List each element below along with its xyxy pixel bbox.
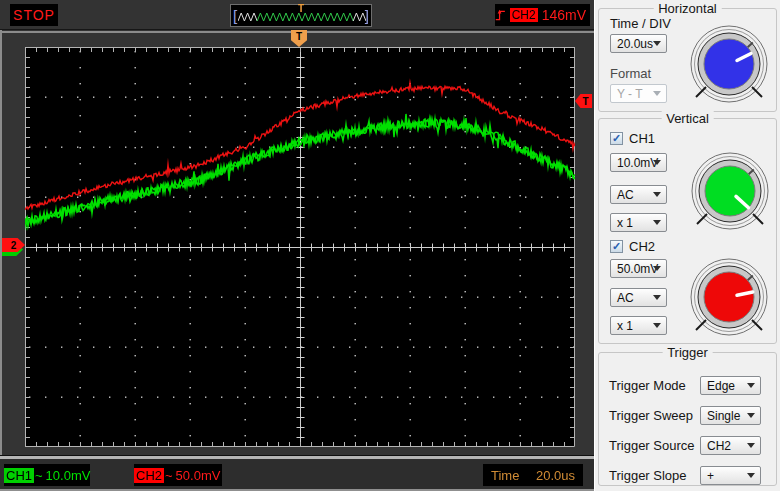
trigger-source-value: CH2 xyxy=(707,439,731,453)
trigger-group: Trigger Trigger Mode Edge Trigger Sweep … xyxy=(598,352,777,486)
trigger-sweep-select[interactable]: Single xyxy=(700,406,761,425)
dropdown-arrow-icon xyxy=(653,266,661,271)
trigger-sweep-label: Trigger Sweep xyxy=(609,408,693,423)
horizontal-group: Horizontal Time / DIV 20.0us Format Y - … xyxy=(598,8,777,112)
trigger-position-marker[interactable]: T xyxy=(291,30,307,47)
ch2-probe-value: x 1 xyxy=(617,319,633,333)
scope-frame: T T 2 xyxy=(0,31,594,455)
trigger-source-select[interactable]: CH2 xyxy=(700,436,761,455)
ch2-checkbox[interactable]: ✓ xyxy=(610,240,623,253)
dropdown-arrow-icon xyxy=(653,295,661,300)
ch1-probe-value: x 1 xyxy=(617,216,633,230)
acquisition-status-box: STOP xyxy=(10,4,58,26)
ch1-knob[interactable] xyxy=(688,149,772,233)
ch2-readout: CH2 ~ 50.0mV xyxy=(134,464,222,486)
vertical-group-title: Vertical xyxy=(661,111,714,126)
time-value: 20.0us xyxy=(536,468,575,483)
trigger-source-label: Trigger Source xyxy=(609,438,695,453)
trigger-mode-select[interactable]: Edge xyxy=(700,376,761,395)
format-label: Format xyxy=(610,66,651,81)
ch2-badge: CH2 xyxy=(134,468,164,483)
horizontal-group-title: Horizontal xyxy=(653,1,722,16)
vertical-group: Vertical ✓ CH1 10.0mV AC x 1 xyxy=(598,118,777,344)
time-label: Time xyxy=(491,468,519,483)
trigger-source-badge: CH2 xyxy=(510,8,538,22)
ch1-coupling-value: AC xyxy=(617,188,634,202)
rising-edge-icon xyxy=(495,7,506,24)
format-select: Y - T xyxy=(610,84,667,103)
trigger-slope-select[interactable]: + xyxy=(700,466,761,485)
scope-statusbar: CH1 ~ 10.0mV CH2 ~ 50.0mV Time 20.0us xyxy=(0,459,594,491)
time-div-value: 20.0us xyxy=(617,37,653,51)
ch2-checkbox-label: CH2 xyxy=(629,239,655,254)
dropdown-arrow-icon xyxy=(653,41,661,46)
dropdown-arrow-icon xyxy=(653,160,661,165)
dropdown-arrow-icon xyxy=(747,473,755,478)
ch2-coupling-select[interactable]: AC xyxy=(610,288,667,307)
trigger-level-label: T xyxy=(582,96,588,107)
trigger-slope-label: Trigger Slope xyxy=(609,468,687,483)
scope-display xyxy=(25,47,575,447)
ch2-scale-select[interactable]: 50.0mV xyxy=(610,259,667,278)
ch2-coupling-symbol: ~ xyxy=(165,468,173,483)
preview-left-bracket: [ xyxy=(233,6,237,26)
dropdown-arrow-icon xyxy=(653,323,661,328)
dropdown-arrow-icon xyxy=(747,383,755,388)
trigger-mode-value: Edge xyxy=(707,379,735,393)
ch1-badge: CH1 xyxy=(4,468,34,483)
preview-trigger-marker: T xyxy=(298,3,304,14)
ch1-readout: CH1 ~ 10.0mV xyxy=(4,464,90,486)
control-panel: Horizontal Time / DIV 20.0us Format Y - … xyxy=(594,0,780,491)
oscilloscope-app: STOP [ ] T CH2 146mV T xyxy=(0,0,780,491)
preview-right-bracket: ] xyxy=(365,6,369,26)
ch1-scale-readout: 10.0mV xyxy=(46,468,91,483)
ch1-coupling-symbol: ~ xyxy=(35,468,43,483)
ch2-knob[interactable] xyxy=(687,255,771,339)
acquisition-status: STOP xyxy=(13,7,55,23)
ch1-probe-select[interactable]: x 1 xyxy=(610,213,667,232)
ch1-checkbox-label: CH1 xyxy=(629,131,655,146)
trigger-sweep-value: Single xyxy=(707,409,740,423)
ch2-scale-readout: 50.0mV xyxy=(176,468,221,483)
scope-column: STOP [ ] T CH2 146mV T xyxy=(0,0,594,491)
record-preview: [ ] T xyxy=(230,4,372,27)
format-value: Y - T xyxy=(617,87,643,101)
time-readout: Time 20.0us xyxy=(483,464,583,486)
trigger-slope-value: + xyxy=(707,469,714,483)
ch2-coupling-value: AC xyxy=(617,291,634,305)
dropdown-arrow-icon xyxy=(747,443,755,448)
ch1-checkbox[interactable]: ✓ xyxy=(610,132,623,145)
scope-topbar: STOP [ ] T CH2 146mV xyxy=(0,0,594,30)
trigger-level-marker[interactable]: T xyxy=(575,94,592,108)
ch1-coupling-select[interactable]: AC xyxy=(610,185,667,204)
trigger-mode-label: Trigger Mode xyxy=(609,378,686,393)
dropdown-arrow-icon xyxy=(653,192,661,197)
check-icon: ✓ xyxy=(612,240,621,252)
trigger-position-label: T xyxy=(296,31,302,42)
horizontal-knob[interactable] xyxy=(687,22,771,106)
trigger-readout-box: CH2 146mV xyxy=(495,4,590,26)
dropdown-arrow-icon xyxy=(653,220,661,225)
time-div-select[interactable]: 20.0us xyxy=(610,34,667,53)
time-div-label: Time / DIV xyxy=(610,16,671,31)
dropdown-arrow-icon xyxy=(653,91,661,96)
trigger-group-title: Trigger xyxy=(662,345,713,360)
dropdown-arrow-icon xyxy=(747,413,755,418)
ch2-probe-select[interactable]: x 1 xyxy=(610,316,667,335)
ch2-zero-label: 2 xyxy=(11,240,17,251)
check-icon: ✓ xyxy=(612,132,621,144)
ch1-scale-select[interactable]: 10.0mV xyxy=(610,153,667,172)
trigger-level-readout: 146mV xyxy=(542,7,586,23)
